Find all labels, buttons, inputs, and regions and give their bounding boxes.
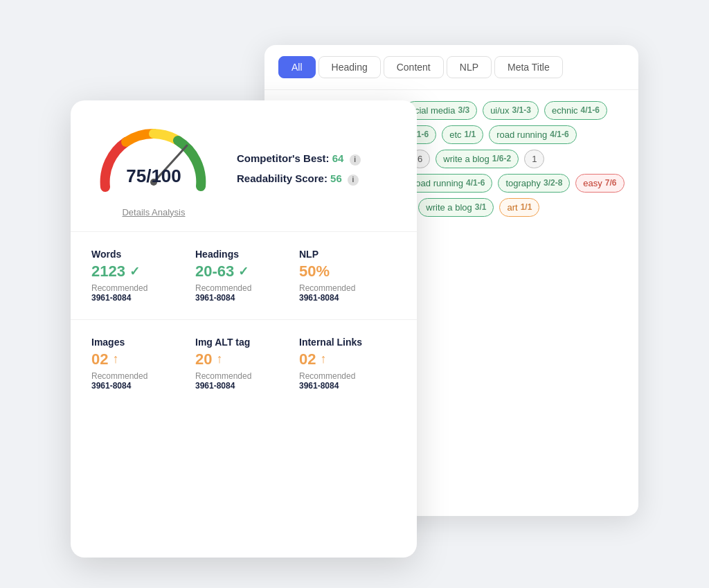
competitor-row: Competitor's Best: 64 i: [237, 152, 361, 166]
tag-item[interactable]: ui/ux3/1-3: [483, 101, 539, 120]
stat-label: Images: [91, 337, 188, 348]
stat-rec-value: 3961-8084: [195, 293, 235, 303]
arrow-up-icon: ↑: [216, 352, 222, 366]
tag-item[interactable]: write a blog3/1: [418, 198, 494, 217]
tag-num: 1/1: [521, 202, 532, 212]
tag-text: echnic: [552, 105, 578, 116]
stat-number: 50%: [299, 262, 330, 280]
stat-rec-value: 3961-8084: [195, 381, 235, 391]
stat-value: 02 ↑: [299, 350, 396, 368]
readability-info-icon[interactable]: i: [348, 175, 359, 186]
stat-label: Img ALT tag: [195, 337, 292, 348]
gauge-meta: Competitor's Best: 64 i Readability Scor…: [237, 152, 361, 186]
tag-num: 4/1-6: [466, 178, 485, 188]
ui-container: All Heading Content NLP Meta Title write…: [71, 45, 638, 544]
score-total: 100: [151, 166, 181, 186]
stat-label: Words: [91, 249, 188, 260]
stat-number: 20-63: [195, 262, 234, 280]
competitor-info-icon[interactable]: i: [350, 154, 361, 166]
tab-content[interactable]: Content: [384, 56, 444, 78]
stats-row1: Words 2123 ✓ Recommended3961-8084 Headin…: [71, 232, 417, 320]
competitor-value: 64: [332, 152, 344, 164]
stat-number: 02: [299, 350, 316, 368]
score-value: 75: [126, 166, 146, 186]
tag-text: 1: [532, 154, 537, 164]
tab-nlp[interactable]: NLP: [447, 56, 492, 78]
tag-text: ui/ux: [490, 105, 509, 116]
tag-text: tography: [505, 178, 541, 188]
tag-item[interactable]: write a blog1/6-2: [436, 150, 519, 168]
stats-row2: Images 02 ↑ Recommended3961-8084 Img ALT…: [71, 320, 417, 407]
tag-text: 6: [418, 154, 422, 164]
tag-item[interactable]: art1/1: [499, 198, 539, 217]
stat-value: 2123 ✓: [91, 262, 188, 280]
arrow-up-icon: ↑: [320, 352, 326, 366]
tag-text: art: [507, 202, 517, 213]
tabs-bar: All Heading Content NLP Meta Title: [264, 45, 638, 90]
stat-cell: Img ALT tag 20 ↑ Recommended3961-8084: [195, 337, 292, 391]
tag-num: 3/3: [458, 105, 469, 115]
stat-number: 2123: [91, 262, 125, 280]
stat-value: 50%: [299, 262, 396, 280]
tag-num: 1/1: [465, 130, 476, 139]
stat-recommended: Recommended3961-8084: [195, 283, 292, 303]
tag-text: write a blog: [443, 154, 489, 164]
stat-cell: Internal Links 02 ↑ Recommended3961-8084: [299, 337, 396, 391]
stat-label: NLP: [299, 249, 396, 260]
arrow-up-icon: ↑: [112, 352, 118, 366]
tag-text: easy: [583, 178, 602, 188]
readability-label: Readability Score:: [237, 172, 327, 184]
stat-rec-value: 3961-8084: [299, 293, 339, 303]
gauge-details-link[interactable]: Details Analysis: [122, 207, 185, 217]
stat-label: Headings: [195, 249, 292, 260]
stat-recommended: Recommended3961-8084: [91, 283, 188, 303]
stat-value: 02 ↑: [91, 350, 188, 368]
tag-item[interactable]: road running4/1-6: [405, 174, 492, 193]
stat-recommended: Recommended3961-8084: [91, 371, 188, 391]
check-icon: ✓: [238, 264, 249, 279]
stat-cell: Headings 20-63 ✓ Recommended3961-8084: [195, 249, 292, 303]
tag-item[interactable]: echnic4/1-6: [544, 101, 607, 120]
competitor-label: Competitor's Best:: [237, 152, 330, 164]
stat-number: 02: [91, 350, 108, 368]
stat-number: 20: [195, 350, 212, 368]
stat-rec-value: 3961-8084: [299, 381, 339, 391]
check-icon: ✓: [129, 264, 140, 279]
tab-all[interactable]: All: [278, 56, 316, 78]
stat-rec-value: 3961-8084: [91, 293, 131, 303]
stat-label: Internal Links: [299, 337, 396, 348]
tag-text: road running: [413, 178, 463, 188]
tag-text: write a blog: [426, 202, 472, 213]
tab-heading[interactable]: Heading: [318, 56, 381, 78]
tag-item[interactable]: 1: [524, 150, 544, 168]
stat-cell: Words 2123 ✓ Recommended3961-8084: [91, 249, 188, 303]
tag-item[interactable]: tography3/2-8: [498, 174, 570, 193]
stat-recommended: Recommended3961-8084: [299, 371, 396, 391]
tag-item[interactable]: etc1/1: [442, 125, 483, 144]
tag-num: 3/2-8: [544, 178, 562, 188]
front-card: 75/100 Details Analysis Competitor's Bes…: [71, 100, 417, 558]
tag-text: icial media: [413, 105, 455, 116]
tag-num: 3/1: [475, 202, 487, 212]
readability-row: Readability Score: 56 i: [237, 172, 361, 186]
tag-text: etc: [449, 130, 461, 140]
tag-item[interactable]: road running4/1-6: [489, 125, 576, 144]
tag-num: 3/1-3: [512, 105, 531, 115]
stat-value: 20 ↑: [195, 350, 292, 368]
stat-cell: Images 02 ↑ Recommended3961-8084: [91, 337, 188, 391]
tag-num: 4/1-6: [550, 130, 568, 139]
score-main: 75/100: [126, 166, 181, 186]
stat-rec-value: 3961-8084: [91, 381, 131, 391]
stat-value: 20-63 ✓: [195, 262, 292, 280]
stat-recommended: Recommended3961-8084: [195, 371, 292, 391]
tab-meta-title[interactable]: Meta Title: [494, 56, 563, 78]
tag-item[interactable]: easy7/6: [575, 174, 624, 193]
readability-value: 56: [330, 172, 342, 184]
gauge-score: 75/100: [126, 166, 181, 187]
gauge-section: 75/100 Details Analysis Competitor's Bes…: [71, 100, 417, 232]
tag-num: 4/1-6: [581, 105, 600, 115]
stat-cell: NLP 50% Recommended3961-8084: [299, 249, 396, 303]
tag-num: 7/6: [605, 178, 617, 188]
tag-text: road running: [496, 130, 547, 140]
tag-num: 1/6-2: [492, 154, 511, 163]
